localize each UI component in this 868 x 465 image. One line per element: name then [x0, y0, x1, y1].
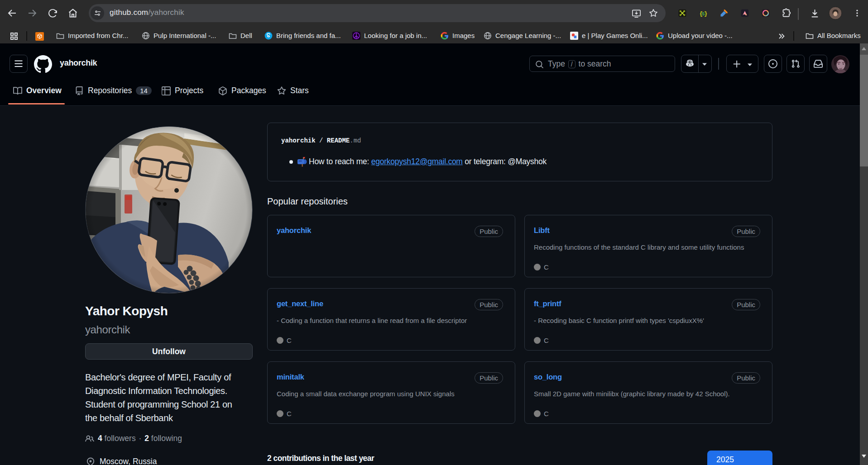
- svg-text:}: }: [704, 11, 707, 17]
